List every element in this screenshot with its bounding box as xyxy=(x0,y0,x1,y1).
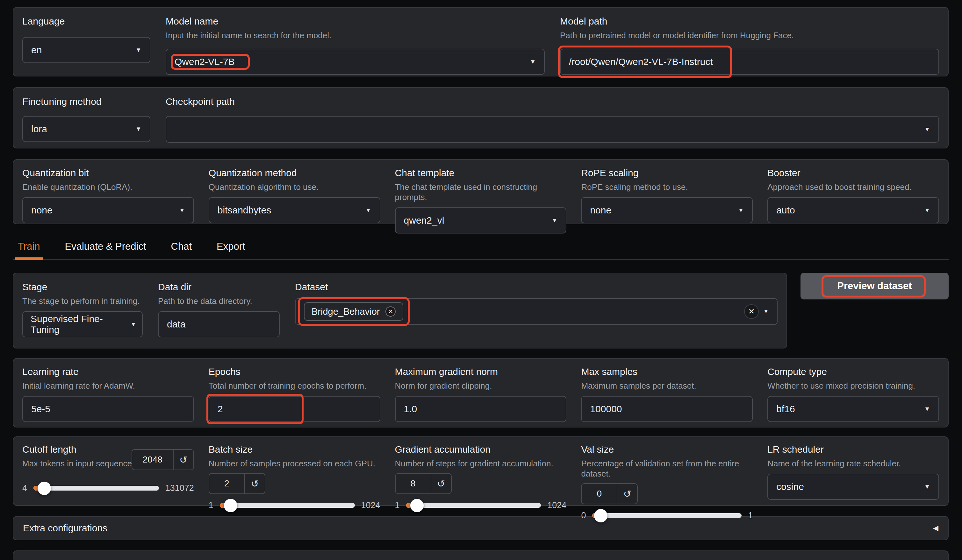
model-path-section: Model path Path to pretrained model or m… xyxy=(560,15,939,68)
chat-template-select[interactable]: qwen2_vl ▼ xyxy=(395,207,567,234)
checkpoint-path-select[interactable]: ▼ xyxy=(166,116,939,143)
max-samples-value: 100000 xyxy=(590,403,622,415)
val-size-min: 0 xyxy=(581,511,586,521)
model-name-select[interactable]: Qwen2-VL-7B ▼ xyxy=(166,49,545,75)
tab-evaluate-predict[interactable]: Evaluate & Predict xyxy=(61,236,149,260)
slider-handle[interactable] xyxy=(594,509,607,523)
reset-icon[interactable]: ↺ xyxy=(244,474,265,494)
quantization-bit-label: Quantization bit xyxy=(22,167,194,179)
epochs-section: Epochs Total number of training epochs t… xyxy=(209,366,380,420)
max-grad-norm-value: 1.0 xyxy=(404,403,417,415)
max-grad-norm-input[interactable]: 1.0 xyxy=(395,396,567,422)
chevron-down-icon: ▼ xyxy=(365,207,371,214)
val-size-label: Val size xyxy=(581,444,753,455)
extra-configurations-accordion[interactable]: Extra configurations ◀ xyxy=(13,516,949,540)
reset-icon[interactable]: ↺ xyxy=(431,474,451,494)
batch-size-section: Batch size Number of samples processed o… xyxy=(209,444,380,499)
chip-close-icon[interactable]: ✕ xyxy=(386,307,395,316)
checkpoint-path-section: Checkpoint path ▼ xyxy=(166,95,939,140)
data-dir-value: data xyxy=(167,319,186,330)
data-dir-input[interactable]: data xyxy=(158,311,280,337)
quantization-method-select[interactable]: bitsandbytes ▼ xyxy=(209,197,380,223)
learning-rate-input[interactable]: 5e-5 xyxy=(22,396,194,422)
val-size-section: Val size Percentage of validation set fr… xyxy=(581,444,753,499)
tab-export[interactable]: Export xyxy=(213,236,249,260)
quantization-method-section: Quantization method Quantization algorit… xyxy=(209,167,380,216)
finetuning-method-select[interactable]: lora ▼ xyxy=(22,116,150,142)
chevron-down-icon: ▼ xyxy=(924,207,930,214)
collapse-icon: ◀ xyxy=(933,524,938,532)
booster-value: auto xyxy=(776,205,795,216)
slider-track[interactable] xyxy=(220,503,355,508)
gradient-accumulation-description: Number of steps for gradient accumulatio… xyxy=(395,458,567,469)
booster-select[interactable]: auto ▼ xyxy=(767,197,939,223)
dataset-panel: Stage The stage to perform in training. … xyxy=(13,273,787,349)
learning-rate-description: Initial learning rate for AdamW. xyxy=(22,381,194,391)
tab-train[interactable]: Train xyxy=(15,236,43,260)
learning-rate-section: Learning rate Initial learning rate for … xyxy=(22,366,194,420)
val-size-description: Percentage of validation set from the en… xyxy=(581,458,753,479)
slider-handle[interactable] xyxy=(410,499,424,512)
checkpoint-path-label: Checkpoint path xyxy=(166,95,939,108)
quantization-bit-section: Quantization bit Enable quantization (QL… xyxy=(22,167,194,216)
dataset-chip-label: Bridge_Behavior xyxy=(312,307,380,317)
val-size-value[interactable]: 0 xyxy=(582,484,617,504)
slider-track[interactable] xyxy=(592,513,742,518)
compute-type-select[interactable]: bf16 ▼ xyxy=(767,396,939,422)
batch-size-value[interactable]: 2 xyxy=(209,474,244,494)
dataset-multiselect[interactable]: Bridge_Behavior ✕ ✕ ▼ xyxy=(295,298,778,325)
booster-section: Booster Approach used to boost training … xyxy=(767,167,939,216)
model-path-input[interactable]: /root/Qwen/Qwen2-VL-7B-Instruct xyxy=(560,49,939,75)
epochs-input[interactable]: 2 xyxy=(209,396,380,422)
chevron-down-icon: ▼ xyxy=(924,405,930,413)
slider-track[interactable] xyxy=(406,503,541,508)
llamafactory-webui: Language en ▼ Model name Input the initi… xyxy=(0,0,962,560)
dataset-controls: ✕ ▼ xyxy=(744,304,768,319)
val-size-max: 1 xyxy=(748,511,753,521)
dataset-chip: Bridge_Behavior ✕ xyxy=(304,302,403,321)
val-size-slider: 0 1 xyxy=(581,511,753,521)
chevron-down-icon: ▼ xyxy=(924,126,930,133)
slider-handle[interactable] xyxy=(37,482,51,495)
rope-scaling-value: none xyxy=(590,205,611,216)
max-grad-norm-label: Maximum gradient norm xyxy=(395,366,567,378)
epochs-value: 2 xyxy=(218,403,223,415)
clear-selection-icon[interactable]: ✕ xyxy=(744,304,759,319)
reset-icon[interactable]: ↺ xyxy=(617,484,637,504)
gradient-accumulation-min: 1 xyxy=(395,500,400,510)
model-path-label: Model path xyxy=(560,15,939,27)
gradient-accumulation-numbox: 8 ↺ xyxy=(395,473,452,494)
slider-handle[interactable] xyxy=(224,499,237,512)
model-name-description: Input the initial name to search for the… xyxy=(166,30,545,40)
max-samples-input[interactable]: 100000 xyxy=(581,396,753,422)
sliders-panel: Cutoff length Max tokens in input sequen… xyxy=(13,436,949,506)
finetuning-method-value: lora xyxy=(31,124,47,134)
quantization-bit-select[interactable]: none ▼ xyxy=(22,197,194,223)
stage-section: Stage The stage to perform in training. … xyxy=(22,281,143,340)
stage-select[interactable]: Supervised Fine-Tuning ▼ xyxy=(22,311,143,337)
slider-track[interactable] xyxy=(34,486,159,491)
max-samples-section: Max samples Maximum samples per dataset.… xyxy=(581,366,753,420)
gradient-accumulation-value[interactable]: 8 xyxy=(395,474,431,494)
language-label: Language xyxy=(22,15,150,27)
cutoff-length-numbox: 2048 ↺ xyxy=(132,449,194,470)
lr-scheduler-section: LR scheduler Name of the learning rate s… xyxy=(767,444,939,499)
gradient-accumulation-max: 1024 xyxy=(547,500,567,510)
tab-chat[interactable]: Chat xyxy=(168,236,195,260)
language-value: en xyxy=(31,45,42,55)
batch-size-numbox: 2 ↺ xyxy=(209,473,265,494)
model-path-value: /root/Qwen/Qwen2-VL-7B-Instruct xyxy=(569,56,713,67)
cutoff-length-value[interactable]: 2048 xyxy=(132,450,173,470)
next-panel-partial xyxy=(13,550,949,560)
chevron-down-icon: ▼ xyxy=(552,217,558,224)
preview-dataset-button[interactable]: Preview dataset xyxy=(801,273,949,299)
chevron-down-icon: ▼ xyxy=(179,207,185,214)
rope-scaling-description: RoPE scaling method to use. xyxy=(581,182,753,192)
quantization-bit-description: Enable quantization (QLoRA). xyxy=(22,182,194,192)
rope-scaling-select[interactable]: none ▼ xyxy=(581,197,753,223)
reset-icon[interactable]: ↺ xyxy=(173,450,194,470)
rope-scaling-label: RoPE scaling xyxy=(581,167,753,179)
dataset-row: Stage The stage to perform in training. … xyxy=(13,273,949,349)
language-select[interactable]: en ▼ xyxy=(22,37,150,63)
lr-scheduler-select[interactable]: cosine ▼ xyxy=(767,474,939,500)
